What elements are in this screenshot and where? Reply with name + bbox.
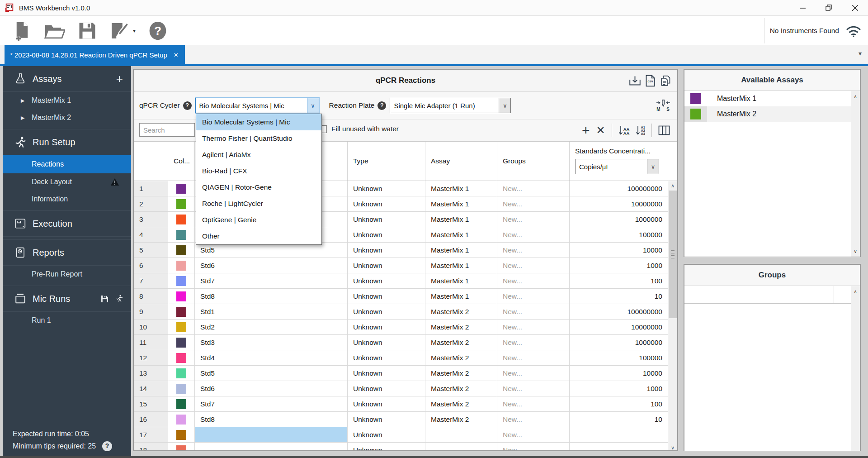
plate-select[interactable]: Single Mic Adapter (1 Run) ∨ — [390, 98, 511, 113]
groups-cell[interactable]: New... — [497, 320, 570, 335]
sidebar-section-mic-runs[interactable]: Mic Runs — [3, 286, 131, 312]
groups-cell[interactable]: New... — [497, 396, 570, 412]
restore-button[interactable] — [816, 0, 842, 15]
groups-cell[interactable]: New... — [497, 273, 570, 289]
name-cell[interactable]: Std5 — [195, 243, 348, 258]
header-color[interactable]: Col... — [168, 142, 195, 181]
name-cell[interactable]: Std5 — [195, 366, 348, 381]
groups-cell[interactable]: New... — [497, 258, 570, 273]
row-number[interactable]: 3 — [134, 212, 168, 227]
assay-cell[interactable]: MasterMix 1 — [425, 273, 497, 289]
name-cell[interactable]: Std6 — [195, 381, 348, 396]
color-cell[interactable] — [168, 273, 195, 289]
expander-icon[interactable]: ▶ — [21, 98, 26, 104]
color-cell[interactable] — [168, 181, 195, 196]
color-cell[interactable] — [168, 366, 195, 381]
type-cell[interactable]: Unknown — [348, 196, 425, 212]
row-number[interactable]: 17 — [134, 427, 168, 443]
color-cell[interactable] — [168, 227, 195, 243]
name-cell[interactable]: Std2 — [195, 320, 348, 335]
type-cell[interactable]: Unknown — [348, 412, 425, 427]
delete-reaction-button[interactable]: ✕ — [596, 126, 605, 135]
color-cell[interactable] — [168, 350, 195, 366]
tab-reaction-driven-qpcr-setup[interactable]: * 2023-08-08 14.28.01 Reaction Driven qP… — [5, 45, 185, 64]
assay-cell[interactable]: MasterMix 2 — [425, 350, 497, 366]
assay-cell[interactable]: MasterMix 1 — [425, 258, 497, 273]
color-cell[interactable] — [168, 427, 195, 443]
scroll-down-icon[interactable]: ∨ — [851, 247, 860, 256]
units-select[interactable]: Copies/µL ∨ — [575, 159, 659, 174]
row-number[interactable]: 13 — [134, 366, 168, 381]
plate-select-arrow-icon[interactable]: ∨ — [499, 98, 510, 113]
color-cell[interactable] — [168, 243, 195, 258]
row-number[interactable]: 14 — [134, 381, 168, 396]
groups-scrollbar[interactable]: ∧ — [851, 286, 860, 451]
groups-cell[interactable]: New... — [497, 350, 570, 366]
type-cell[interactable]: Unknown — [348, 243, 425, 258]
concentration-cell[interactable]: 100000000 — [570, 304, 668, 320]
type-cell[interactable]: Unknown — [348, 366, 425, 381]
assay-cell[interactable]: MasterMix 1 — [425, 181, 497, 196]
sort-alpha-button[interactable]: AAAA — [618, 125, 630, 135]
groups-header-cell[interactable] — [834, 286, 842, 303]
type-cell[interactable]: Unknown — [348, 335, 425, 350]
concentration-cell[interactable]: 10000 — [570, 366, 668, 381]
type-cell[interactable]: Unknown — [348, 289, 425, 304]
assay-cell[interactable]: MasterMix 2 — [425, 320, 497, 335]
cycler-select-arrow-icon[interactable]: ∨ — [307, 98, 319, 113]
concentration-cell[interactable]: 100000 — [570, 227, 668, 243]
merge-mastermix-sample-icon[interactable]: M S — [656, 99, 671, 112]
tab-overflow-chevron-icon[interactable]: ▾ — [859, 50, 862, 57]
type-cell[interactable]: Unknown — [348, 396, 425, 412]
row-number[interactable]: 7 — [134, 273, 168, 289]
assay-cell[interactable]: MasterMix 2 — [425, 304, 497, 320]
type-cell[interactable]: Unknown — [348, 258, 425, 273]
groups-cell[interactable]: New... — [497, 412, 570, 427]
assays-scrollbar[interactable]: ∧ ∨ — [851, 91, 860, 257]
concentration-cell[interactable]: 100 — [570, 396, 668, 412]
row-number[interactable]: 1 — [134, 181, 168, 196]
groups-cell[interactable]: New... — [497, 443, 570, 451]
name-cell[interactable]: Std8 — [195, 412, 348, 427]
sidebar-item-run-1[interactable]: Run 1 — [3, 312, 131, 329]
header-type[interactable]: Type — [348, 142, 425, 181]
row-number[interactable]: 12 — [134, 350, 168, 366]
type-cell[interactable]: Unknown — [348, 427, 425, 443]
assay-cell[interactable]: MasterMix 1 — [425, 243, 497, 258]
concentration-cell[interactable]: 100000 — [570, 350, 668, 366]
groups-cell[interactable]: New... — [497, 335, 570, 350]
color-cell[interactable] — [168, 412, 195, 427]
sidebar-item-reactions[interactable]: Reactions — [3, 155, 131, 173]
row-number[interactable]: 15 — [134, 396, 168, 412]
color-cell[interactable] — [168, 212, 195, 227]
groups-header-cell[interactable] — [710, 286, 809, 303]
edit-dropdown-caret[interactable]: ▾ — [133, 28, 136, 34]
assay-list-item[interactable]: MasterMix 1 — [684, 91, 860, 106]
row-number[interactable]: 8 — [134, 289, 168, 304]
new-experiment-button[interactable] — [13, 20, 32, 41]
sidebar-section-execution[interactable]: Execution — [3, 210, 131, 237]
groups-cell[interactable]: New... — [497, 212, 570, 227]
add-assay-button[interactable]: + — [116, 72, 123, 86]
sidebar-section-reports[interactable]: Reports — [3, 239, 131, 266]
color-cell[interactable] — [168, 335, 195, 350]
cycler-option[interactable]: Other — [196, 228, 321, 244]
concentration-cell[interactable] — [570, 443, 668, 451]
assay-cell[interactable]: MasterMix 1 — [425, 227, 497, 243]
concentration-cell[interactable]: 100 — [570, 273, 668, 289]
color-cell[interactable] — [168, 381, 195, 396]
row-number[interactable]: 2 — [134, 196, 168, 212]
groups-cell[interactable]: New... — [497, 181, 570, 196]
assay-cell[interactable]: MasterMix 1 — [425, 196, 497, 212]
header-groups[interactable]: Groups — [497, 142, 570, 181]
export-csv-icon[interactable]: csv — [645, 75, 656, 87]
type-cell[interactable]: Unknown — [348, 227, 425, 243]
type-cell[interactable]: Unknown — [348, 304, 425, 320]
open-file-button[interactable] — [44, 22, 65, 40]
assay-cell[interactable] — [425, 443, 497, 451]
cycler-option[interactable]: Bio-Rad | CFX — [196, 163, 321, 179]
concentration-cell[interactable]: 1000 — [570, 381, 668, 396]
type-cell[interactable]: Unknown — [348, 181, 425, 196]
groups-cell[interactable]: New... — [497, 243, 570, 258]
units-select-arrow-icon[interactable]: ∨ — [647, 159, 659, 174]
